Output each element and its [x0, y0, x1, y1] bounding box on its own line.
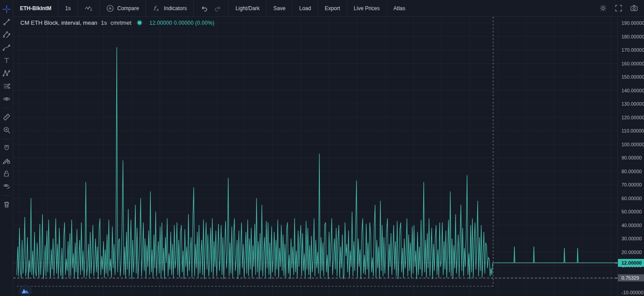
price-tick: 30.00000 — [621, 235, 642, 242]
undo-icon[interactable] — [200, 4, 208, 12]
symbol-button[interactable]: ETH-BlkIntM — [13, 0, 58, 16]
remove-all-trash-icon[interactable] — [3, 201, 11, 209]
price-tick: 90.00000 — [621, 154, 642, 161]
series-title: CM ETH Block, interval, mean — [20, 19, 97, 26]
undo-redo-group — [193, 0, 228, 16]
magnet-mode-icon[interactable] — [3, 144, 11, 152]
sidebar-separator — [3, 108, 11, 108]
xabcd-pattern-tool-icon[interactable] — [3, 69, 11, 77]
price-tick: 170.00000 — [621, 46, 644, 53]
measure-ruler-icon[interactable] — [3, 113, 11, 121]
last-price-label: 12.00000 — [618, 259, 644, 267]
save-button[interactable]: Save — [266, 0, 292, 16]
drawing-toolbar — [0, 0, 13, 296]
parallel-channel-tool-icon[interactable] — [3, 31, 11, 39]
svg-text:x: x — [157, 8, 159, 12]
fx-indicators-icon: fx — [153, 4, 161, 12]
trend-line-tool-icon[interactable] — [3, 18, 11, 26]
price-tick-dash — [615, 278, 617, 278]
camera-snapshot-icon[interactable] — [629, 4, 640, 12]
series-legend: CM ETH Block, interval, mean 1s cmrtmet … — [20, 19, 215, 26]
series-values: 12.00000 0.00000 (0.00%) — [150, 20, 215, 26]
interval-button[interactable]: 1s — [58, 0, 77, 16]
price-tick: 190.00000 — [621, 19, 644, 27]
price-tick: 120.00000 — [621, 114, 644, 121]
price-chart-canvas[interactable] — [13, 17, 617, 296]
price-tick: 110.00000 — [621, 127, 644, 134]
text-tool-icon[interactable] — [3, 57, 11, 65]
price-tick: 50.00000 — [621, 208, 642, 215]
fullscreen-icon[interactable] — [613, 4, 624, 12]
atlas-button[interactable]: Atlas — [387, 0, 412, 16]
load-button[interactable]: Load — [292, 0, 318, 16]
chart-style-button[interactable] — [77, 0, 99, 16]
line-style-icon — [84, 4, 92, 12]
zoom-in-icon[interactable] — [3, 126, 11, 134]
chart-pane[interactable]: CM ETH Block, interval, mean 1s cmrtmet … — [13, 17, 617, 296]
hide-all-drawings-icon[interactable] — [3, 182, 11, 190]
price-tick: 40.00000 — [621, 222, 642, 229]
price-tick: 100.00000 — [621, 141, 644, 148]
show-hide-eye-icon[interactable] — [3, 95, 11, 103]
price-tick: 60.00000 — [621, 195, 642, 202]
trading-chart-app: ETH-BlkIntM 1s Compare fx Indicators Lig — [0, 0, 644, 296]
series-source: cmrtmet — [111, 19, 131, 26]
price-tick: -10.00000 — [621, 289, 644, 296]
compare-plus-icon — [106, 4, 114, 12]
price-tick: 180.00000 — [621, 33, 644, 40]
drawing-mode-lock-icon[interactable] — [3, 157, 11, 165]
export-button[interactable]: Export — [318, 0, 347, 16]
lock-open-icon[interactable] — [3, 170, 11, 178]
price-tick: 80.00000 — [621, 168, 642, 175]
brush-tool-icon[interactable] — [3, 44, 11, 52]
redo-icon[interactable] — [214, 4, 222, 12]
price-tick: 130.00000 — [621, 100, 644, 107]
price-tick: 150.00000 — [621, 73, 644, 80]
sidebar-separator — [3, 139, 11, 139]
price-tick: 140.00000 — [621, 87, 644, 94]
forecast-lines-tool-icon[interactable] — [3, 82, 11, 90]
sidebar-separator — [3, 195, 11, 196]
toolbar-right-group — [598, 0, 644, 16]
price-tick-dash — [615, 263, 617, 263]
price-tick: 160.00000 — [621, 60, 644, 67]
indicators-button[interactable]: fx Indicators — [146, 0, 193, 16]
series-interval: 1s — [101, 19, 107, 26]
live-prices-button[interactable]: Live Prices — [347, 0, 387, 16]
platform-logo[interactable] — [19, 285, 31, 296]
price-tick: 70.00000 — [621, 181, 642, 188]
mountains-logo-icon — [22, 288, 29, 294]
price-tick: 20.00000 — [621, 249, 642, 256]
top-toolbar: ETH-BlkIntM 1s Compare fx Indicators Lig — [13, 0, 644, 17]
level-price-label: 0.75329 — [618, 274, 644, 281]
series-visibility-dot[interactable] — [138, 21, 142, 25]
theme-toggle-button[interactable]: Light/Dark — [228, 0, 266, 16]
settings-gear-icon[interactable] — [598, 4, 609, 12]
price-axis[interactable]: 190.00000180.00000170.00000160.00000150.… — [617, 17, 644, 296]
crosshair-tool-icon[interactable] — [3, 5, 11, 13]
compare-button[interactable]: Compare — [99, 0, 146, 16]
